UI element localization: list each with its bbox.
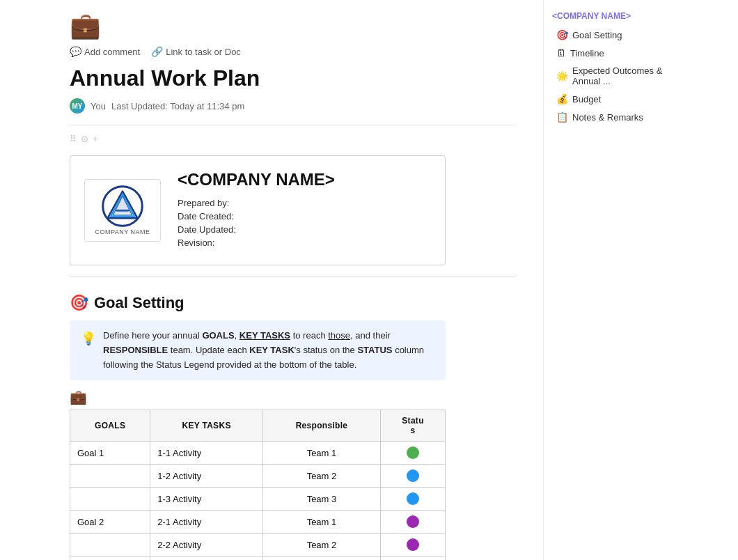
table-icon: 💼	[70, 389, 515, 405]
table-row: 1-2 ActivityTeam 2	[70, 465, 446, 488]
block-toolbar: ⠿ ⊙ +	[70, 134, 515, 144]
task-cell: 1-3 Activity	[150, 488, 263, 511]
sidebar-item-icon: 🌟	[556, 70, 568, 81]
company-name: <COMPANY NAME>	[178, 170, 335, 189]
sidebar-item-label: Budget	[572, 94, 601, 104]
goal-cell: Goal 1	[70, 442, 150, 465]
status-dot	[407, 492, 419, 505]
logo-label: COMPANY NAME	[95, 228, 150, 235]
revision: Revision:	[178, 238, 335, 248]
table-row: 2-2 ActivityTeam 2	[70, 534, 446, 557]
link-label: Link to task or Doc	[166, 47, 241, 57]
company-fields: Prepared by: Date Created: Date Updated:…	[178, 198, 335, 248]
sidebar: <COMPANY NAME> 🎯Goal Setting🗓Timeline🌟Ex…	[543, 0, 696, 560]
sidebar-item-icon: 📋	[556, 111, 568, 123]
team-cell: Team 3	[262, 488, 380, 511]
goals-table: GOALS KEY TASKS Responsible Status Goal …	[70, 410, 446, 560]
doc-icon: 💼	[70, 11, 515, 40]
sidebar-item-3[interactable]: 💰Budget	[552, 91, 688, 107]
col-key-tasks: KEY TASKS	[150, 410, 263, 442]
task-cell: 2-1 Activity	[150, 511, 263, 534]
goal-cell	[70, 488, 150, 511]
sidebar-company-label: <COMPANY NAME>	[552, 11, 688, 21]
sidebar-item-label: Notes & Remarks	[572, 112, 643, 123]
drag-icon[interactable]: ⠿	[70, 134, 77, 144]
settings-icon[interactable]: ⊙	[81, 134, 88, 144]
col-goals: GOALS	[70, 410, 150, 442]
top-bar: 💬 Add comment 🔗 Link to task or Doc	[70, 46, 515, 57]
sidebar-item-1[interactable]: 🗓Timeline	[552, 45, 688, 61]
task-cell: 1-2 Activity	[150, 465, 263, 488]
status-dot	[407, 469, 419, 482]
add-comment-label: Add comment	[84, 47, 140, 57]
page-title: Annual Work Plan	[70, 65, 515, 91]
status-dot	[407, 538, 419, 551]
status-dot	[407, 515, 419, 528]
company-logo: COMPANY NAME	[84, 179, 161, 242]
table-header-row: GOALS KEY TASKS Responsible Status	[70, 410, 446, 442]
bulb-icon: 💡	[81, 329, 96, 372]
sidebar-item-label: Timeline	[570, 48, 604, 59]
task-cell: 2-2 Activity	[150, 534, 263, 557]
table-row: Goal 11-1 ActivityTeam 1	[70, 442, 446, 465]
col-status: Status	[381, 410, 446, 442]
goal-cell	[70, 557, 150, 560]
status-cell	[381, 557, 446, 560]
table-row: 2-3 ActivityTeam 3	[70, 557, 446, 560]
link-button[interactable]: 🔗 Link to task or Doc	[151, 46, 241, 57]
goal-heading-text: Goal Setting	[94, 294, 184, 312]
main-content: 💼 💬 Add comment 🔗 Link to task or Doc An…	[0, 0, 543, 560]
link-icon: 🔗	[151, 46, 163, 57]
status-cell	[381, 465, 446, 488]
task-cell: 1-1 Activity	[150, 442, 263, 465]
goal-cell	[70, 465, 150, 488]
table-row: Goal 22-1 ActivityTeam 1	[70, 511, 446, 534]
block-wrapper: ⠿ ⊙ + COMPANY NAME	[70, 134, 515, 265]
goal-setting-heading: 🎯 Goal Setting	[70, 294, 515, 312]
prepared-by: Prepared by:	[178, 198, 335, 208]
col-responsible: Responsible	[262, 410, 380, 442]
comment-icon: 💬	[70, 46, 81, 57]
team-cell: Team 1	[262, 511, 380, 534]
sidebar-item-icon: 🗓	[556, 47, 566, 59]
sidebar-item-label: Goal Setting	[572, 30, 622, 40]
info-text: Define here your annual GOALS, KEY TASKS…	[103, 329, 434, 372]
table-row: 1-3 ActivityTeam 3	[70, 488, 446, 511]
team-cell: Team 2	[262, 465, 380, 488]
sidebar-item-icon: 🎯	[556, 29, 568, 40]
company-card: COMPANY NAME <COMPANY NAME> Prepared by:…	[70, 155, 446, 265]
status-dot	[407, 446, 419, 459]
sidebar-item-icon: 💰	[556, 93, 568, 104]
date-created: Date Created:	[178, 211, 335, 221]
team-cell: Team 1	[262, 442, 380, 465]
date-updated: Date Updated:	[178, 224, 335, 235]
avatar: MY	[70, 98, 85, 114]
meta-row: MY You Last Updated: Today at 11:34 pm	[70, 98, 515, 114]
info-box: 💡 Define here your annual GOALS, KEY TAS…	[70, 320, 446, 380]
sidebar-item-4[interactable]: 📋Notes & Remarks	[552, 109, 688, 125]
author-label: You	[91, 101, 106, 111]
last-updated: Last Updated: Today at 11:34 pm	[111, 101, 244, 111]
sidebar-item-label: Expected Outcomes & Annual ...	[572, 65, 684, 86]
logo-svg	[98, 185, 147, 227]
add-comment-button[interactable]: 💬 Add comment	[70, 46, 140, 57]
team-cell: Team 3	[262, 557, 380, 560]
company-info: <COMPANY NAME> Prepared by: Date Created…	[178, 170, 335, 251]
divider-1	[70, 125, 515, 125]
goal-cell	[70, 534, 150, 557]
status-cell	[381, 534, 446, 557]
status-cell	[381, 511, 446, 534]
goal-cell: Goal 2	[70, 511, 150, 534]
divider-2	[70, 277, 515, 277]
add-icon[interactable]: +	[93, 134, 98, 144]
goal-icon: 🎯	[70, 294, 88, 312]
sidebar-item-0[interactable]: 🎯Goal Setting	[552, 26, 688, 43]
status-cell	[381, 488, 446, 511]
team-cell: Team 2	[262, 534, 380, 557]
sidebar-item-2[interactable]: 🌟Expected Outcomes & Annual ...	[552, 63, 688, 89]
task-cell: 2-3 Activity	[150, 557, 263, 560]
status-cell	[381, 442, 446, 465]
